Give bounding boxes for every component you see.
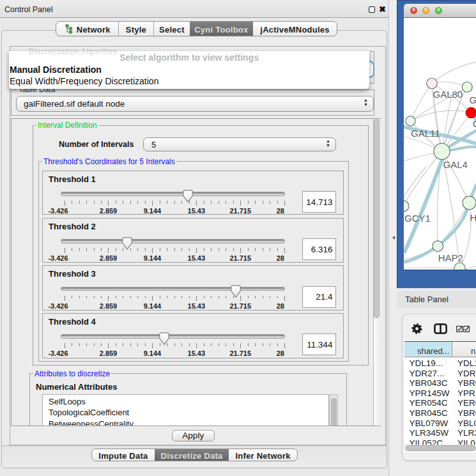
svg-text:GA: GA (469, 95, 476, 105)
svg-text:C: C (473, 118, 476, 129)
svg-text:H: H (470, 211, 476, 222)
svg-text:GAL11: GAL11 (411, 127, 440, 138)
svg-text:HAP2: HAP2 (438, 252, 463, 263)
svg-text:GCY1: GCY1 (404, 212, 431, 223)
svg-text:GAL80: GAL80 (433, 88, 463, 99)
svg-text:GAL4: GAL4 (443, 158, 467, 169)
